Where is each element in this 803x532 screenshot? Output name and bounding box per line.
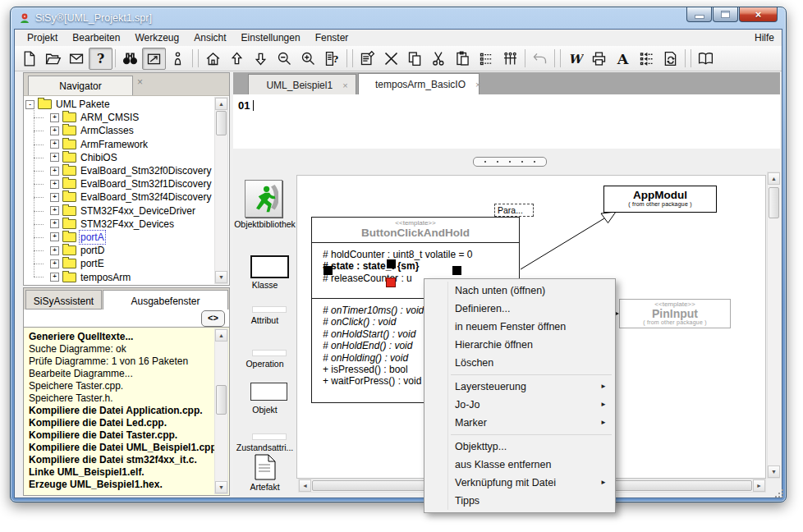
tab-sisyassistent[interactable]: SiSyAssistent (25, 290, 102, 310)
resize-grip[interactable] (773, 489, 783, 499)
tree-item[interactable]: STM32F4xx_Devices (25, 218, 214, 231)
tab-ausgabefenster[interactable]: Ausgabefenster (103, 290, 228, 310)
expand-icon[interactable] (50, 259, 59, 268)
cut-scissors-button[interactable] (427, 48, 451, 70)
minimize-button[interactable] (686, 7, 712, 22)
close-button[interactable]: × (739, 7, 778, 22)
scroll-right-icon[interactable] (753, 479, 765, 492)
maximize-button[interactable] (713, 7, 738, 22)
paste-clipboard-button[interactable] (451, 48, 475, 70)
scrollbar-thumb[interactable] (216, 111, 227, 135)
tree-item[interactable]: ARM_CMSIS (25, 111, 214, 124)
artifact-icon[interactable] (255, 454, 276, 480)
menu-item-nach-unten[interactable]: Nach unten (öffnen) (425, 282, 614, 300)
tab-uml-beispiel1[interactable]: UML_Beispiel1 (248, 74, 356, 94)
menu-projekt[interactable]: Projekt (20, 30, 65, 45)
output-scrollbar[interactable] (214, 328, 228, 494)
tab-temposarm-basicio[interactable]: temposArm_BasicIO (358, 73, 480, 94)
object-shape[interactable] (250, 383, 287, 401)
menu-werkzeug[interactable]: Werkzeug (127, 30, 186, 45)
zoom-out-button[interactable] (273, 48, 296, 70)
operation-shape[interactable] (252, 350, 287, 356)
zoom-in-button[interactable] (296, 48, 320, 70)
collapsed-toolbar-pill[interactable] (473, 157, 547, 167)
selection-handle-red[interactable] (386, 277, 396, 287)
search-binoculars-button[interactable] (118, 48, 142, 70)
state-attribute-shape[interactable] (252, 433, 287, 440)
menu-item-marker[interactable]: Marker (425, 414, 614, 432)
scroll-down-icon[interactable] (215, 271, 227, 283)
inline-edit-text[interactable]: 01 (238, 99, 254, 112)
expand-icon[interactable] (50, 232, 59, 241)
expand-icon[interactable] (50, 246, 59, 255)
arrow-list-button[interactable] (635, 48, 658, 70)
tab-navigator[interactable]: Navigator (28, 76, 133, 95)
book-help-button[interactable] (694, 48, 718, 70)
inline-edit-strip[interactable]: 01 (233, 94, 780, 149)
tree-item[interactable]: EvalBoard_Stm32f0Discovery (25, 164, 214, 177)
menu-einstellungen[interactable]: Einstellungen (234, 30, 308, 45)
outline-list-button[interactable] (475, 48, 498, 70)
tree-item-selected[interactable]: portA (25, 231, 214, 244)
menu-item-verknuepfung[interactable]: Verknüpfung mit Datei (425, 474, 614, 492)
tree-item[interactable]: EvalBoard_Stm32f4Discovery (25, 190, 214, 204)
document-help-button[interactable]: ? (320, 48, 344, 70)
object-library-button[interactable] (245, 180, 282, 218)
titlebar[interactable]: SiSy®[UML_Projekt1.spr] × (11, 7, 786, 29)
scroll-up-icon[interactable] (768, 172, 780, 185)
scrollbar-thumb[interactable] (216, 385, 227, 415)
help-button[interactable]: ? (89, 48, 112, 70)
tree-item[interactable]: temposArm (25, 270, 214, 283)
word-export-button[interactable]: W (563, 48, 587, 70)
parameter-box[interactable]: Para... (494, 204, 534, 217)
open-folder-button[interactable] (41, 48, 65, 70)
scroll-up-icon[interactable] (215, 329, 227, 342)
menu-item-layersteuerung[interactable]: Layersteuerung (425, 378, 614, 396)
scrollbar-thumb[interactable] (769, 187, 779, 218)
menu-item-jo-jo[interactable]: Jo-Jo (425, 396, 614, 414)
expand-icon[interactable] (50, 193, 59, 202)
class-appmodul[interactable]: AppModul ( from other packague ) (603, 186, 717, 213)
code-view-button[interactable]: <> (201, 310, 225, 327)
class-shape[interactable] (250, 255, 289, 278)
expand-icon[interactable] (50, 167, 59, 176)
expand-icon[interactable] (50, 153, 59, 162)
expand-icon[interactable] (50, 126, 59, 135)
menu-fenster[interactable]: Fenster (308, 30, 356, 45)
copy-button[interactable] (403, 48, 427, 70)
tree-item[interactable]: STM32F4xx_DeviceDriver (25, 204, 214, 218)
selection-handle[interactable] (387, 259, 396, 268)
arrow-down-button[interactable] (249, 48, 273, 70)
menu-item-tipps[interactable]: Tipps (425, 492, 614, 510)
refresh-document-button[interactable] (658, 48, 682, 70)
tree-item[interactable]: EvalBoard_Stm32f1Discovery (25, 177, 214, 190)
tree-item[interactable]: portD (25, 244, 214, 257)
menu-item-definieren[interactable]: Definieren... (425, 300, 614, 318)
tree-item[interactable]: portE (25, 257, 214, 270)
font-button[interactable]: A (611, 48, 635, 70)
class-pininput[interactable]: <<template>> PinInput ( from other packa… (619, 299, 731, 328)
undo-button[interactable] (528, 48, 552, 70)
expand-icon[interactable] (50, 113, 59, 122)
menu-hilfe[interactable]: Hilfe (747, 30, 782, 45)
chart-window-button[interactable] (142, 48, 166, 70)
print-button[interactable] (587, 48, 611, 70)
home-button[interactable] (201, 48, 225, 70)
expand-icon[interactable] (50, 206, 59, 215)
delete-cross-button[interactable] (379, 48, 403, 70)
scroll-down-icon[interactable] (768, 466, 780, 478)
grid-comb-button[interactable] (498, 48, 522, 70)
scroll-down-icon[interactable] (215, 481, 227, 493)
scroll-up-icon[interactable] (215, 98, 227, 110)
new-document-button[interactable] (17, 48, 41, 70)
mail-send-button[interactable] (65, 48, 89, 70)
expand-icon[interactable] (50, 273, 59, 282)
tree-item[interactable]: ChibiOS (25, 151, 214, 164)
navigator-close-icon[interactable] (137, 76, 143, 88)
menu-item-neues-fenster[interactable]: in neuem Fenster öffnen (425, 318, 614, 336)
tree-item-root[interactable]: UML Pakete (25, 98, 214, 111)
diagram-vertical-scrollbar[interactable] (767, 172, 780, 479)
expand-icon[interactable] (50, 219, 59, 228)
person-button[interactable] (166, 48, 190, 70)
tree-item[interactable]: ArmFramework (25, 138, 214, 151)
